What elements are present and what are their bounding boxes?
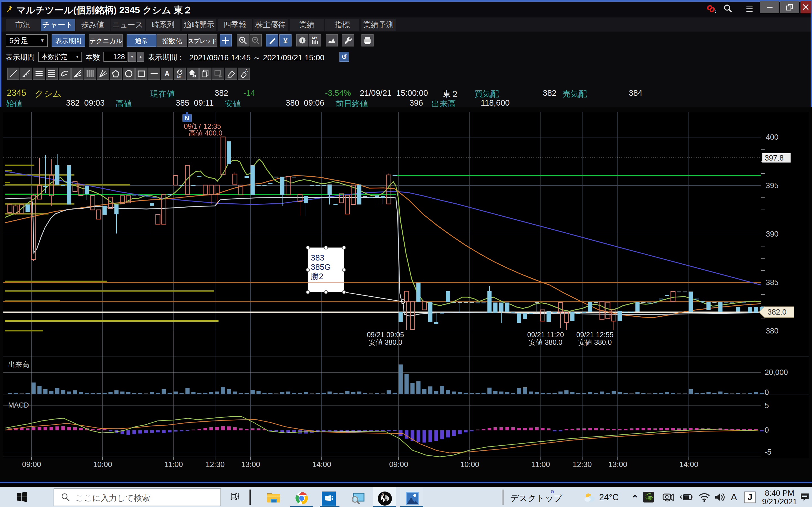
svg-text:14:00: 14:00 bbox=[312, 460, 331, 469]
svg-text:397.8: 397.8 bbox=[765, 154, 784, 162]
svg-text:i: i bbox=[302, 38, 303, 43]
svg-text:09:00: 09:00 bbox=[389, 460, 408, 469]
svg-text:11:00: 11:00 bbox=[531, 460, 550, 469]
svg-text:13:00: 13:00 bbox=[241, 460, 260, 469]
svg-text:icon: icon bbox=[177, 75, 182, 78]
svg-text:385G: 385G bbox=[311, 263, 331, 272]
svg-text:385: 385 bbox=[766, 278, 778, 287]
svg-text:383: 383 bbox=[311, 253, 324, 262]
svg-text:1: 1 bbox=[715, 9, 716, 13]
svg-text:出来高: 出来高 bbox=[8, 360, 29, 369]
svg-text:高値 400.0: 高値 400.0 bbox=[189, 129, 222, 137]
svg-text:12:30: 12:30 bbox=[206, 460, 225, 469]
svg-text:0: 0 bbox=[765, 426, 769, 434]
svg-text:安値 380.0: 安値 380.0 bbox=[578, 338, 612, 346]
svg-text:14:00: 14:00 bbox=[679, 460, 698, 469]
svg-text:11:00: 11:00 bbox=[164, 460, 183, 469]
svg-text:勝2: 勝2 bbox=[311, 272, 323, 281]
svg-text:10:00: 10:00 bbox=[460, 460, 479, 469]
svg-text:12:00: 12:00 bbox=[325, 497, 330, 499]
svg-text:安値 380.0: 安値 380.0 bbox=[529, 338, 562, 346]
svg-text:09/21 11:20: 09/21 11:20 bbox=[527, 331, 564, 339]
svg-text:10:00: 10:00 bbox=[93, 460, 112, 469]
svg-text:390: 390 bbox=[766, 230, 778, 238]
svg-text:MACD: MACD bbox=[8, 401, 29, 409]
svg-text:0: 0 bbox=[765, 388, 769, 397]
svg-text:MY: MY bbox=[312, 36, 317, 40]
svg-text:安値 380.0: 安値 380.0 bbox=[368, 338, 402, 346]
svg-text:12:30: 12:30 bbox=[573, 460, 592, 469]
svg-text:400: 400 bbox=[766, 133, 778, 142]
svg-text:N: N bbox=[185, 115, 189, 122]
svg-text:09/21 12:55: 09/21 12:55 bbox=[576, 331, 613, 339]
svg-text:A: A bbox=[245, 68, 248, 73]
svg-text:380: 380 bbox=[766, 327, 778, 335]
svg-text:09:00: 09:00 bbox=[22, 460, 41, 469]
svg-text:395: 395 bbox=[766, 181, 778, 190]
svg-text:-5: -5 bbox=[765, 448, 771, 456]
svg-text:20,000: 20,000 bbox=[765, 368, 788, 377]
svg-text:13:00: 13:00 bbox=[608, 460, 627, 469]
svg-text:382.0: 382.0 bbox=[767, 308, 786, 316]
svg-text:5: 5 bbox=[765, 401, 769, 410]
svg-text:09/21 09:05: 09/21 09:05 bbox=[367, 331, 404, 339]
